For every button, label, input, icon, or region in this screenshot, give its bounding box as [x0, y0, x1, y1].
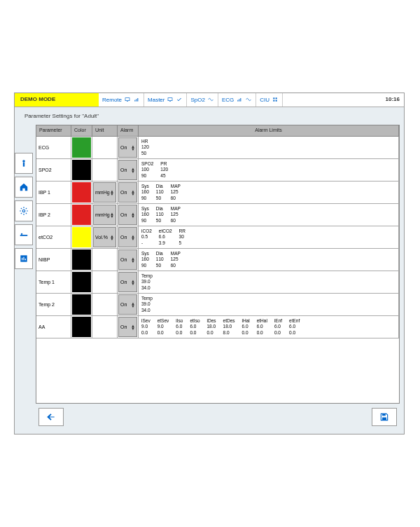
alarm-select[interactable]: On▲▼ — [118, 182, 137, 203]
parameter-table: Parameter Color Unit Alarm Alarm Limits … — [36, 125, 400, 404]
svg-rect-23 — [382, 413, 386, 416]
svg-rect-7 — [238, 100, 239, 101]
param-name: SPO2 — [36, 159, 71, 181]
wave-icon — [245, 97, 252, 104]
alarm-select[interactable]: On▲▼ — [118, 205, 137, 225]
svg-rect-22 — [25, 259, 26, 260]
color-swatch[interactable] — [72, 272, 91, 292]
svg-rect-13 — [276, 100, 277, 101]
tab-ecg[interactable]: ECG — [218, 93, 256, 107]
app-window: DEMO MODE RemoteMasterSpO2ECGCIU 10:16 P… — [14, 93, 405, 434]
tab-label: Master — [148, 97, 164, 103]
color-swatch[interactable] — [72, 294, 91, 315]
alarm-limits: Temp39.034.0 — [139, 271, 399, 293]
wave-icon — [207, 97, 214, 104]
svg-rect-21 — [23, 257, 24, 261]
chart-button[interactable] — [15, 248, 33, 269]
grid-icon — [272, 97, 279, 104]
tab-remote[interactable]: Remote — [99, 93, 144, 107]
demo-mode-badge: DEMO MODE — [15, 93, 99, 107]
svg-point-16 — [22, 210, 25, 212]
param-name: Temp 2 — [36, 294, 71, 315]
unit-select[interactable]: mmHg▲▼ — [93, 182, 116, 203]
alarm-select[interactable]: On▲▼ — [118, 160, 137, 180]
color-swatch[interactable] — [72, 317, 91, 337]
page-title: Parameter Settings for "Adult" — [15, 107, 404, 125]
alarm-select[interactable]: On▲▼ — [118, 317, 137, 337]
svg-rect-4 — [137, 98, 138, 102]
svg-rect-8 — [239, 99, 240, 101]
mon-icon — [167, 97, 174, 104]
svg-point-18 — [21, 233, 22, 235]
tab-ciu[interactable]: CIU — [256, 93, 283, 107]
param-name: etCO2 — [36, 226, 71, 248]
alarm-limits: Sys16090Dia11050MAP12560 — [139, 182, 399, 203]
alarm-limits: Temp39.034.0 — [139, 294, 399, 315]
color-swatch[interactable] — [72, 182, 91, 203]
patient-button[interactable] — [15, 153, 33, 174]
svg-rect-6 — [169, 101, 171, 102]
table-row: Temp 2 On▲▼ Temp39.034.0 — [36, 294, 399, 316]
alarm-select[interactable]: On▲▼ — [118, 272, 137, 292]
svg-rect-1 — [127, 101, 128, 102]
col-limits: Alarm Limits — [139, 125, 399, 136]
param-name: AA — [36, 316, 71, 338]
svg-rect-2 — [134, 100, 135, 101]
svg-rect-24 — [382, 418, 386, 420]
table-row: NIBP On▲▼ Sys16090Dia11050MAP12560 — [36, 249, 399, 271]
table-row: IBP 1 mmHg▲▼ On▲▼ Sys16090Dia11050MAP125… — [36, 182, 399, 204]
color-swatch[interactable] — [72, 249, 91, 270]
clock: 10:16 — [382, 93, 404, 107]
alarm-select[interactable]: On▲▼ — [118, 137, 137, 158]
table-row: AA On▲▼ iSev9.00.0etSev9.00.0iIso6.00.0e… — [36, 316, 399, 338]
table-row: IBP 2 mmHg▲▼ On▲▼ Sys16090Dia11050MAP125… — [36, 204, 399, 226]
color-swatch[interactable] — [72, 137, 91, 158]
svg-rect-3 — [136, 99, 136, 101]
table-row: Temp 1 On▲▼ Temp39.034.0 — [36, 271, 399, 294]
svg-point-14 — [22, 160, 25, 163]
svg-rect-0 — [125, 97, 130, 100]
svg-rect-12 — [273, 100, 274, 101]
back-button[interactable] — [38, 408, 64, 426]
color-swatch[interactable] — [72, 227, 91, 247]
mon-icon — [124, 97, 131, 104]
table-row: etCO2 Vol.%▲▼ On▲▼ iCO20.5-etCO26.63.9RR… — [36, 226, 399, 249]
tab-label: ECG — [222, 97, 234, 103]
bars-icon — [236, 97, 243, 104]
alarm-select[interactable]: On▲▼ — [118, 294, 137, 315]
alarm-select[interactable]: On▲▼ — [118, 227, 137, 247]
col-alarm: Alarm — [118, 125, 139, 136]
alarm-limits: iCO20.5-etCO26.63.9RR305 — [139, 226, 399, 248]
color-swatch[interactable] — [72, 160, 91, 180]
svg-rect-10 — [273, 97, 274, 99]
tab-spo2[interactable]: SpO2 — [187, 93, 218, 107]
alarm-limits: Sys16090Dia11050MAP12560 — [139, 204, 399, 226]
save-button[interactable] — [372, 408, 397, 426]
color-swatch[interactable] — [72, 205, 91, 225]
col-parameter: Parameter — [36, 125, 71, 136]
param-name: Temp 1 — [36, 271, 71, 293]
home-button[interactable] — [15, 177, 33, 198]
alarm-limits: SPO210090PR12045 — [139, 159, 399, 181]
chk-icon — [176, 97, 183, 104]
unit-select[interactable]: Vol.%▲▼ — [93, 227, 116, 247]
tab-master[interactable]: Master — [144, 93, 187, 107]
alarm-limits: HR12050 — [139, 137, 399, 158]
svg-rect-15 — [23, 163, 24, 167]
param-name: IBP 1 — [36, 182, 71, 203]
col-unit: Unit — [92, 125, 118, 136]
settings-button[interactable] — [15, 200, 33, 221]
svg-rect-11 — [276, 97, 277, 99]
alarm-limits: Sys16090Dia11050MAP12560 — [139, 249, 399, 271]
tab-label: SpO2 — [190, 97, 204, 103]
bed-button[interactable] — [15, 224, 33, 245]
table-row: ECG On▲▼ HR12050 — [36, 137, 399, 159]
alarm-limits: iSev9.00.0etSev9.00.0iIso6.00.0etIso6.00… — [139, 316, 399, 338]
unit-select[interactable]: mmHg▲▼ — [93, 205, 116, 225]
col-color: Color — [71, 125, 92, 136]
param-name: NIBP — [36, 249, 71, 271]
alarm-select[interactable]: On▲▼ — [118, 249, 137, 270]
param-name: IBP 2 — [36, 204, 71, 226]
tab-label: CIU — [260, 97, 270, 103]
svg-rect-17 — [20, 235, 28, 236]
